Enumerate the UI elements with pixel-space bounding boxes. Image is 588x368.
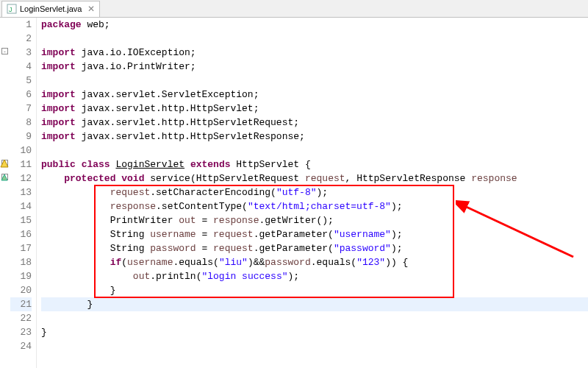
line-number: 22 <box>10 311 32 325</box>
warning-marker-icon[interactable] <box>0 159 9 168</box>
line-number: 2 <box>10 32 32 46</box>
line-number: 8 <box>10 116 32 130</box>
line-number: 12 <box>10 171 32 185</box>
line-number: 10 <box>10 144 32 158</box>
line-number: 1 <box>10 18 32 32</box>
fold-toggle-icon[interactable]: - <box>1 48 8 54</box>
code-line <box>41 32 588 46</box>
code-line: import javax.servlet.http.HttpServletRes… <box>41 130 588 144</box>
line-number: 5 <box>10 74 32 88</box>
code-line: } <box>41 297 588 311</box>
override-marker-icon[interactable] <box>0 173 9 182</box>
code-line: PrintWriter out = response.getWriter(); <box>41 213 588 227</box>
line-number-gutter: 1 2 3 4 5 6 7 8 9 10 11 12 13 14 15 16 1… <box>10 18 37 368</box>
line-number: 15 <box>10 213 32 227</box>
code-line: String password = request.getParameter("… <box>41 241 588 255</box>
line-number: 17 <box>10 241 32 255</box>
java-file-icon: J <box>7 4 17 14</box>
code-line <box>41 339 588 353</box>
code-line: request.setCharacterEncoding("utf-8"); <box>41 185 588 199</box>
line-number: 11 <box>10 158 32 171</box>
marker-column: - - - <box>0 18 10 368</box>
code-line: } <box>41 325 588 339</box>
tab-bar: J LoginServlet.java ✕ <box>0 0 588 18</box>
code-line: public class LoginServlet extends HttpSe… <box>41 158 588 171</box>
code-line: } <box>41 283 588 297</box>
editor-area: - - - 1 2 3 4 5 6 7 8 9 10 11 12 13 14 1… <box>0 18 588 368</box>
code-line: out.println("login success"); <box>41 269 588 283</box>
code-line: import java.io.IOException; <box>41 46 588 60</box>
code-line <box>41 144 588 158</box>
code-line: package web; <box>41 18 588 32</box>
line-number: 21 <box>10 297 32 311</box>
line-number: 19 <box>10 269 32 283</box>
svg-marker-2 <box>1 160 8 167</box>
line-number: 18 <box>10 255 32 269</box>
line-number: 7 <box>10 102 32 116</box>
svg-marker-3 <box>1 174 7 180</box>
svg-text:J: J <box>9 6 12 13</box>
code-line: import java.io.PrintWriter; <box>41 60 588 74</box>
code-line: response.setContentType("text/html;chars… <box>41 199 588 213</box>
line-number: 24 <box>10 339 32 353</box>
line-number: 16 <box>10 227 32 241</box>
code-line: String username = request.getParameter("… <box>41 227 588 241</box>
tab-title: LoginServlet.java <box>20 4 82 13</box>
tab-loginservlet[interactable]: J LoginServlet.java ✕ <box>1 1 100 17</box>
line-number: 14 <box>10 199 32 213</box>
code-line: import javax.servlet.ServletException; <box>41 88 588 102</box>
line-number: 23 <box>10 325 32 339</box>
code-line: protected void service(HttpServletReques… <box>41 171 588 185</box>
code-line <box>41 74 588 88</box>
code-line: import javax.servlet.http.HttpServletReq… <box>41 116 588 130</box>
code-line: import javax.servlet.http.HttpServlet; <box>41 102 588 116</box>
line-number: 3 <box>10 46 32 60</box>
line-number: 20 <box>10 283 32 297</box>
line-number: 6 <box>10 88 32 102</box>
code-line: if(username.equals("liu")&&password.equa… <box>41 255 588 269</box>
line-number: 13 <box>10 185 32 199</box>
code-text-area[interactable]: package web; import java.io.IOException;… <box>37 18 588 368</box>
line-number: 4 <box>10 60 32 74</box>
code-line <box>41 311 588 325</box>
line-number: 9 <box>10 130 32 144</box>
close-icon[interactable]: ✕ <box>87 4 95 13</box>
